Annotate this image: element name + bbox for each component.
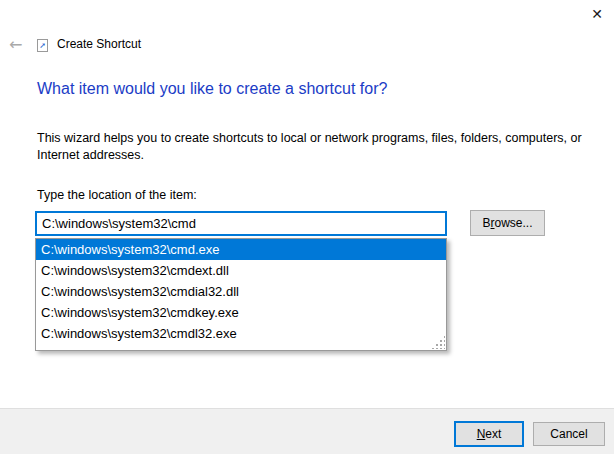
shortcut-icon: ➚ [37,39,48,52]
autocomplete-dropdown: C:\windows\system32\cmd.exeC:\windows\sy… [35,238,447,351]
autocomplete-list: C:\windows\system32\cmd.exeC:\windows\sy… [36,239,446,344]
list-item[interactable]: C:\windows\system32\cmdial32.dll [36,281,446,302]
page-title: What item would you like to create a sho… [37,80,387,98]
list-item[interactable]: C:\windows\system32\cmdext.dll [36,260,446,281]
browse-label-pre: B [482,216,490,230]
footer-bar: Next Cancel [0,408,614,454]
browse-label-post: owse... [495,216,533,230]
list-item[interactable]: C:\windows\system32\cmdkey.exe [36,302,446,323]
shortcut-arrow-glyph: ➚ [38,40,47,51]
wizard-description: This wizard helps you to create shortcut… [37,130,585,165]
next-label-post: ext [485,427,501,441]
title-bar: ✕ [0,0,614,30]
wizard-header: ← ➚ Create Shortcut [0,36,614,56]
close-icon[interactable]: ✕ [587,4,607,24]
back-arrow-icon[interactable]: ← [9,36,22,54]
list-item[interactable]: C:\windows\system32\cmd.exe [36,239,446,260]
list-item[interactable]: C:\windows\system32\cmdl32.exe [36,323,446,344]
next-button[interactable]: Next [454,421,524,447]
location-input[interactable] [35,211,447,236]
window-title: Create Shortcut [57,37,141,51]
location-field-label: Type the location of the item: [37,188,197,202]
cancel-button[interactable]: Cancel [533,422,605,446]
browse-button[interactable]: Browse... [470,210,545,236]
